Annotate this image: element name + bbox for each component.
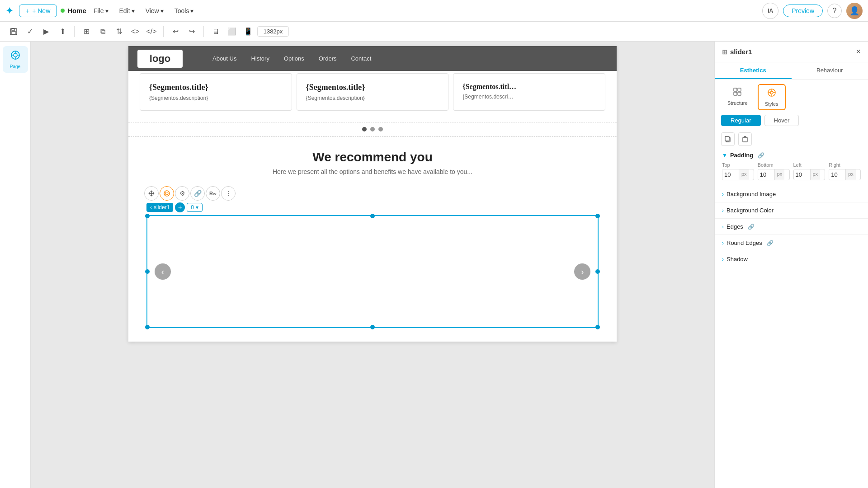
handle-top-mid[interactable] (370, 214, 375, 218)
recommend-sub: Here we present all the options and bene… (137, 168, 608, 175)
desktop-button[interactable]: 🖥 (208, 24, 223, 39)
slider-dot-3[interactable] (378, 127, 383, 131)
nav-logo: logo (137, 50, 183, 68)
ia-button[interactable]: IA (762, 3, 778, 19)
canvas-nav: logo About Us History Options Orders Con… (128, 46, 617, 71)
more-tool-button[interactable]: ⋮ (221, 186, 236, 201)
nav-item-about[interactable]: About Us (205, 46, 244, 71)
slider-next-button[interactable]: › (574, 263, 590, 280)
slider-num-control[interactable]: 0 ▾ (187, 203, 203, 212)
export-button[interactable]: ⬆ (55, 24, 70, 39)
background-color-section[interactable]: › Background Color (715, 202, 868, 218)
edges-section[interactable]: › Edges 🔗 (715, 218, 868, 235)
round-edges-link-icon: 🔗 (767, 240, 774, 246)
shadow-section[interactable]: › Shadow (715, 251, 868, 267)
handle-top-right[interactable] (595, 214, 600, 218)
slider-num-value: 0 (191, 204, 194, 211)
sub-tab-styles[interactable]: Styles (758, 84, 786, 110)
padding-section-header[interactable]: ▼ Padding 🔗 (715, 148, 868, 162)
slider-prev-button[interactable]: ‹ (155, 263, 171, 280)
view-menu[interactable]: View ▾ (142, 5, 167, 16)
handle-top-left[interactable] (145, 214, 150, 218)
handle-bottom-mid[interactable] (370, 325, 375, 329)
bg-image-chevron-icon: › (722, 191, 724, 197)
new-button[interactable]: + + New (19, 5, 57, 17)
segment-desc-3: {Segmentos.descri… (462, 94, 596, 100)
slider-dot-2[interactable] (370, 127, 375, 131)
tab-behaviour[interactable]: Behaviour (792, 62, 868, 79)
sub-tab-structure-label: Structure (727, 100, 748, 106)
svg-rect-13 (734, 92, 737, 95)
padding-label: Padding (730, 152, 753, 159)
sidebar-item-page[interactable]: Page (3, 46, 28, 73)
top-right-actions: IA Preview ? 👤 (762, 3, 863, 19)
panel-main-tabs: Esthetics Behaviour (715, 62, 868, 80)
slider-tag-btn[interactable]: ‹ slider1 (146, 203, 173, 212)
padding-left-label: Left (793, 162, 826, 168)
move-tool-button[interactable] (144, 186, 159, 201)
nav-item-options[interactable]: Options (277, 46, 311, 71)
padding-chevron-icon: ▼ (722, 152, 727, 159)
copy-style-button[interactable] (721, 132, 735, 146)
file-menu[interactable]: File ▾ (90, 5, 112, 16)
logo-text: logo (150, 53, 170, 65)
data-button[interactable]: ⇅ (112, 24, 126, 39)
padding-bottom-input-wrap: px (758, 169, 790, 180)
style-tool-button[interactable] (160, 186, 174, 201)
check-button[interactable]: ✓ (23, 24, 37, 39)
responsive-tool-button[interactable]: R∞ (206, 186, 220, 201)
slider-add-button[interactable]: + (175, 202, 185, 212)
components-button[interactable]: ⊞ (79, 24, 94, 39)
question-icon: ? (833, 7, 837, 15)
tab-esthetics[interactable]: Esthetics (715, 62, 792, 79)
page-label: Page (10, 64, 20, 69)
background-image-section[interactable]: › Background Image (715, 186, 868, 202)
segment-title-2: {Segmentos.title} (306, 83, 439, 92)
undo-button[interactable]: ↩ (168, 24, 183, 39)
avatar[interactable]: 👤 (846, 3, 863, 19)
preview-button[interactable]: Preview (783, 5, 823, 17)
handle-right-mid[interactable] (595, 269, 600, 274)
help-button[interactable]: ? (827, 4, 842, 18)
edit-menu[interactable]: Edit ▾ (116, 5, 138, 16)
state-hover[interactable]: Hover (764, 115, 799, 126)
state-regular[interactable]: Regular (721, 115, 761, 126)
canvas: logo About Us History Options Orders Con… (128, 46, 617, 342)
play-button[interactable]: ▶ (39, 24, 53, 39)
save-button[interactable] (6, 24, 21, 39)
link-tool-button[interactable]: 🔗 (190, 186, 205, 201)
html-button[interactable]: </> (144, 24, 159, 39)
paste-style-button[interactable] (738, 132, 752, 146)
round-edges-section[interactable]: › Round Edges 🔗 (715, 235, 868, 251)
mobile-button[interactable]: 📱 (241, 24, 255, 39)
slider-box: ‹ › (146, 215, 599, 328)
bg-color-label: Background Color (726, 207, 774, 214)
padding-bottom-label: Bottom (758, 162, 790, 168)
sub-tab-structure[interactable]: Structure (721, 84, 754, 110)
layers-button[interactable]: ⧉ (95, 24, 110, 39)
nav-item-orders[interactable]: Orders (311, 46, 344, 71)
redo-button[interactable]: ↪ (184, 24, 199, 39)
padding-top-input[interactable] (722, 169, 739, 180)
handle-bottom-left[interactable] (145, 325, 150, 329)
segment-card-2: {Segmentos.title} {Segmentos.description… (297, 73, 449, 111)
tools-menu[interactable]: Tools ▾ (171, 5, 198, 16)
handle-bottom-right[interactable] (595, 325, 600, 329)
nav-item-contact[interactable]: Contact (344, 46, 378, 71)
canvas-area[interactable]: logo About Us History Options Orders Con… (31, 42, 714, 488)
close-panel-button[interactable]: × (856, 47, 861, 56)
padding-right-input[interactable] (829, 169, 845, 180)
slider-dot-1[interactable] (362, 127, 367, 131)
settings-tool-button[interactable]: ⚙ (175, 186, 189, 201)
nav-item-history[interactable]: History (244, 46, 276, 71)
padding-bottom-input[interactable] (758, 169, 774, 180)
tablet-button[interactable]: ⬜ (225, 24, 239, 39)
padding-grid: Top px Bottom px Left px (715, 162, 868, 186)
handle-left-mid[interactable] (145, 269, 150, 274)
padding-left-input[interactable] (794, 169, 810, 180)
padding-top-field: Top px (722, 162, 754, 180)
chevron-down-icon: ▾ (196, 204, 198, 211)
action-row (715, 131, 868, 148)
new-button-label: + New (32, 7, 50, 14)
code-button[interactable]: <> (128, 24, 142, 39)
